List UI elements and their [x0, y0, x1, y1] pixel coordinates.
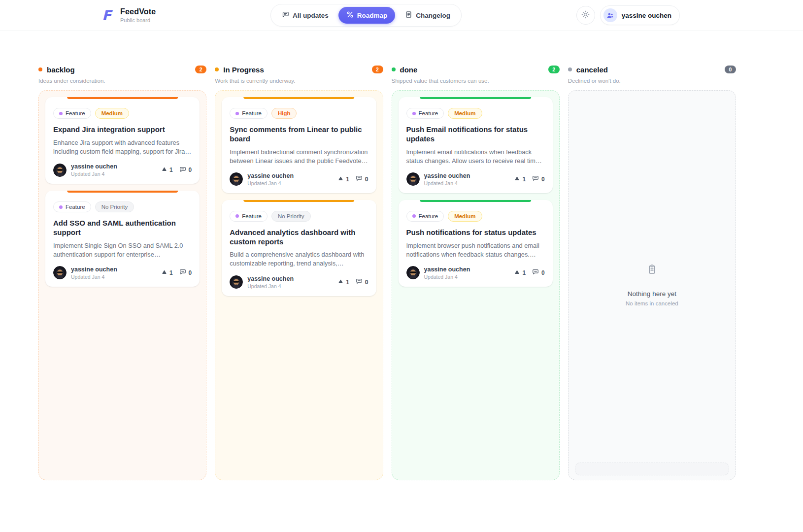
card-updated: Updated Jan 4	[247, 283, 294, 289]
card-type-label: Feature	[419, 213, 438, 219]
card-meta: 1 0	[162, 166, 192, 174]
tab-all-updates[interactable]: All updates	[274, 7, 336, 24]
theme-toggle-button[interactable]	[576, 6, 595, 25]
feedback-card[interactable]: Feature Medium Push notifications for st…	[399, 200, 553, 287]
card-accent-bar	[420, 97, 531, 99]
tab-changelog[interactable]: Changelog	[397, 7, 458, 24]
column-subtitle: Shipped value that customers can use.	[392, 78, 560, 85]
column-count-badge: 0	[725, 66, 736, 73]
feature-tag: Feature	[230, 108, 268, 119]
card-author-name: yassine ouchen	[424, 266, 470, 273]
column-title: done	[400, 66, 418, 74]
column-count-badge: 2	[195, 66, 206, 73]
vote-button[interactable]: 1	[162, 166, 173, 173]
feature-tag: Feature	[53, 201, 91, 212]
comments-button[interactable]: 0	[179, 268, 192, 277]
comment-icon	[356, 175, 363, 183]
author-block: yassine ouchen Updated Jan 4	[71, 266, 117, 280]
comments-button[interactable]: 0	[179, 166, 192, 174]
card-author-name: yassine ouchen	[247, 275, 294, 282]
card-title: Push Email notifications for status upda…	[406, 125, 545, 144]
feedback-card[interactable]: Feature High Sync comments from Linear t…	[222, 97, 376, 193]
avatar	[230, 172, 243, 186]
vote-button[interactable]: 1	[514, 269, 526, 276]
tab-label: Roadmap	[357, 12, 388, 19]
column-body: Feature Medium Expand Jira integration s…	[38, 90, 206, 480]
avatar	[53, 164, 67, 177]
vote-button[interactable]: 1	[338, 279, 349, 286]
avatar	[230, 275, 243, 289]
comment-count: 0	[365, 176, 368, 183]
comment-count: 0	[189, 269, 192, 276]
vote-count: 1	[522, 176, 526, 183]
author-block: yassine ouchen Updated Jan 4	[424, 266, 470, 280]
empty-title: Nothing here yet	[628, 290, 676, 298]
card-description: Implement Single Sign On SSO and SAML 2.…	[53, 241, 192, 259]
users-icon	[603, 8, 617, 22]
card-type-label: Feature	[242, 213, 262, 219]
comments-button[interactable]: 0	[356, 175, 368, 183]
upvote-icon	[514, 269, 520, 276]
comment-count: 0	[541, 269, 545, 276]
column-body: Feature High Sync comments from Linear t…	[215, 90, 383, 480]
column-subtitle: Work that is currently underway.	[215, 78, 383, 85]
card-updated: Updated Jan 4	[247, 180, 294, 186]
user-menu-button[interactable]: yassine ouchen	[600, 5, 680, 25]
card-title: Advanced analytics dashboard with custom…	[230, 228, 368, 247]
feedback-card[interactable]: Feature No Priority Advanced analytics d…	[222, 200, 376, 296]
comment-icon	[179, 268, 186, 277]
column-title: canceled	[576, 66, 608, 74]
card-title: Push notifications for status updates	[406, 228, 545, 237]
upvote-icon	[338, 279, 343, 286]
feature-dot-icon	[235, 112, 239, 115]
card-accent-bar	[420, 200, 531, 202]
vote-count: 1	[346, 279, 349, 286]
card-description: Implement browser push notifications and…	[406, 241, 545, 259]
card-priority-badge: Medium	[448, 211, 482, 222]
avatar	[406, 266, 420, 279]
card-footer: yassine ouchen Updated Jan 4 1 0	[406, 172, 545, 186]
card-priority-badge: Medium	[95, 108, 129, 119]
app-title: FeedVote	[120, 7, 156, 16]
comment-icon	[532, 268, 539, 277]
logo-block[interactable]: F FeedVote Public board	[99, 7, 156, 24]
card-tags: Feature No Priority	[230, 211, 368, 222]
card-updated: Updated Jan 4	[424, 274, 470, 280]
tab-label: All updates	[293, 12, 329, 19]
status-dot-icon	[568, 67, 572, 71]
upvote-icon	[338, 176, 343, 183]
card-updated: Updated Jan 4	[424, 180, 470, 186]
feedback-card[interactable]: Feature Medium Push Email notifications …	[399, 97, 553, 193]
tab-roadmap[interactable]: Roadmap	[338, 7, 396, 24]
comments-button[interactable]: 0	[532, 175, 545, 183]
feedback-card[interactable]: Feature Medium Expand Jira integration s…	[45, 97, 200, 184]
feature-dot-icon	[59, 205, 63, 209]
nav-tabs: All updates Roadmap Changelog	[270, 4, 462, 27]
status-dot-icon	[215, 67, 219, 71]
avatar	[53, 266, 67, 279]
card-description: Build a comprehensive analytics dashboar…	[230, 250, 368, 268]
card-meta: 1 0	[338, 278, 368, 286]
column-body: Nothing here yet No items in canceled	[568, 90, 736, 480]
comment-icon	[532, 175, 539, 183]
svg-text:F: F	[102, 7, 113, 24]
feature-dot-icon	[412, 112, 416, 115]
vote-button[interactable]: 1	[338, 176, 349, 183]
feedvote-logo-icon: F	[99, 7, 115, 24]
comments-button[interactable]: 0	[532, 268, 545, 277]
card-footer: yassine ouchen Updated Jan 4 1 0	[230, 172, 368, 186]
card-type-label: Feature	[66, 204, 85, 210]
card-footer: yassine ouchen Updated Jan 4 1 0	[230, 275, 368, 289]
vote-count: 1	[169, 269, 173, 276]
column-count-badge: 2	[548, 66, 560, 73]
comments-button[interactable]: 0	[356, 278, 368, 286]
vote-button[interactable]: 1	[514, 176, 526, 183]
roadmap-board: backlog 2 Ideas under consideration. Fea…	[0, 31, 803, 480]
feedback-card[interactable]: Feature No Priority Add SSO and SAML aut…	[45, 191, 200, 287]
vote-button[interactable]: 1	[162, 269, 173, 276]
card-tags: Feature Medium	[53, 108, 192, 119]
card-author-name: yassine ouchen	[247, 172, 294, 179]
column-title: backlog	[47, 66, 75, 74]
feature-tag: Feature	[406, 211, 444, 222]
card-type-label: Feature	[66, 110, 85, 116]
